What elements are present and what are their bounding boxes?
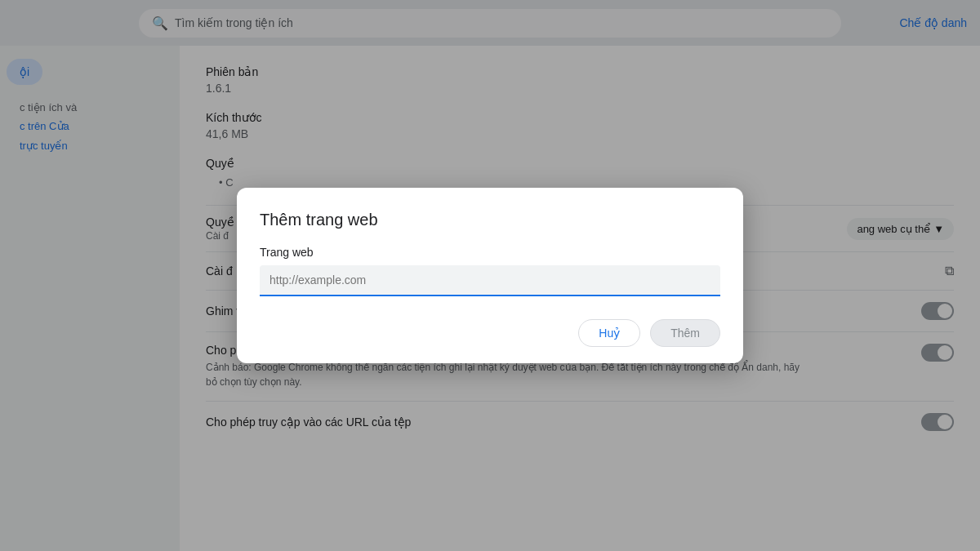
modal-overlay: Thêm trang web Trang web Huỷ Thêm [0, 0, 980, 551]
add-webpage-dialog: Thêm trang web Trang web Huỷ Thêm [237, 188, 743, 363]
dialog-field-label: Trang web [260, 246, 720, 259]
webpage-url-input[interactable] [260, 265, 720, 296]
dialog-actions: Huỷ Thêm [260, 319, 720, 347]
cancel-button[interactable]: Huỷ [578, 319, 640, 347]
background-page: 🔍 Tìm kiếm trong tiện ích Chế độ danh ội… [0, 0, 980, 551]
add-button[interactable]: Thêm [650, 319, 720, 347]
dialog-title: Thêm trang web [260, 211, 720, 229]
